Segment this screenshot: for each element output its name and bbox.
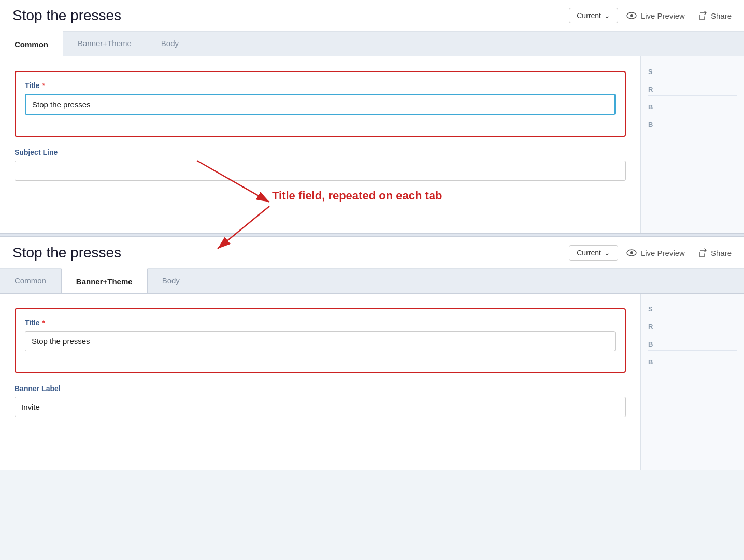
main-col-top: Title * Subject Line [0, 56, 640, 233]
tabs-bar-top: Common Banner+Theme Body [0, 32, 744, 56]
page-title-top: Stop the presses [12, 7, 561, 24]
subject-line-field-group-top: Subject Line [15, 148, 626, 181]
live-preview-label-top: Live Preview [641, 11, 685, 20]
svg-point-1 [630, 14, 633, 17]
side-strip-bottom: S R B B [640, 294, 744, 470]
side-strip-top: S R B B [640, 56, 744, 233]
header-actions-top: Live Preview Share [626, 11, 732, 20]
panel-divider [0, 233, 744, 237]
banner-label-label-bottom: Banner Label [15, 384, 626, 393]
svg-point-5 [630, 251, 633, 254]
tab-common-top[interactable]: Common [0, 31, 63, 56]
header-actions-bottom: Live Preview Share [626, 248, 732, 257]
live-preview-btn-top[interactable]: Live Preview [626, 11, 685, 20]
side-label-3: B [648, 101, 737, 113]
panel-top: Stop the presses Current ⌄ Live Preview … [0, 0, 744, 233]
current-label-top: Current [577, 11, 601, 20]
header-top: Stop the presses Current ⌄ Live Preview … [0, 0, 744, 32]
chevron-down-icon-bottom: ⌄ [604, 249, 610, 257]
title-input-top[interactable] [25, 94, 616, 115]
page-title-bottom: Stop the presses [12, 245, 561, 261]
eye-icon-top [626, 12, 637, 19]
required-star-title-bottom: * [42, 319, 45, 327]
live-preview-btn-bottom[interactable]: Live Preview [626, 249, 685, 257]
content-area-bottom: Title * Banner Label [0, 294, 640, 470]
tab-common-bottom[interactable]: Common [0, 269, 61, 293]
title-field-box-bottom: Title * [15, 308, 626, 373]
side-label-b3: B [648, 338, 737, 351]
tab-banner-theme-bottom[interactable]: Banner+Theme [61, 268, 148, 293]
share-btn-bottom[interactable]: Share [697, 248, 732, 257]
tabs-bar-bottom: Common Banner+Theme Body [0, 269, 744, 294]
eye-icon-bottom [626, 249, 637, 256]
content-layout-top: Title * Subject Line S R B [0, 56, 744, 233]
current-label-bottom: Current [577, 249, 601, 257]
title-input-bottom[interactable] [25, 331, 616, 351]
share-icon-bottom [697, 248, 707, 257]
title-field-box-top: Title * [15, 71, 626, 137]
subject-line-input-top[interactable] [15, 161, 626, 181]
side-label-1: S [648, 66, 737, 78]
current-dropdown-top[interactable]: Current ⌄ [569, 8, 618, 23]
title-label-bottom: Title * [25, 319, 616, 327]
chevron-down-icon: ⌄ [604, 11, 610, 20]
tab-body-bottom[interactable]: Body [148, 269, 195, 293]
title-field-group-bottom: Title * [25, 319, 616, 351]
current-dropdown-bottom[interactable]: Current ⌄ [569, 245, 618, 261]
banner-label-input-bottom[interactable] [15, 397, 626, 417]
title-label-top: Title * [25, 81, 616, 90]
subject-line-label-top: Subject Line [15, 148, 626, 156]
content-area-top: Title * Subject Line [0, 56, 640, 233]
side-label-b2: R [648, 321, 737, 333]
share-btn-top[interactable]: Share [697, 11, 732, 20]
tab-body-top[interactable]: Body [147, 32, 194, 56]
side-label-2: R [648, 83, 737, 96]
header-bottom: Stop the presses Current ⌄ Live Preview … [0, 237, 744, 269]
tab-banner-theme-top[interactable]: Banner+Theme [63, 32, 147, 56]
title-field-group-top: Title * [25, 81, 616, 115]
side-label-b4: B [648, 356, 737, 368]
panel-bottom: Stop the presses Current ⌄ Live Preview … [0, 237, 744, 470]
content-layout-bottom: Title * Banner Label S R B [0, 294, 744, 470]
required-star-title-top: * [42, 81, 45, 90]
share-label-bottom: Share [711, 249, 732, 257]
share-label-top: Share [711, 11, 732, 20]
share-icon-top [697, 11, 707, 20]
banner-label-field-group-bottom: Banner Label [15, 384, 626, 417]
live-preview-label-bottom: Live Preview [641, 249, 685, 257]
main-col-bottom: Title * Banner Label [0, 294, 640, 470]
side-label-b1: S [648, 303, 737, 315]
side-label-4: B [648, 119, 737, 131]
